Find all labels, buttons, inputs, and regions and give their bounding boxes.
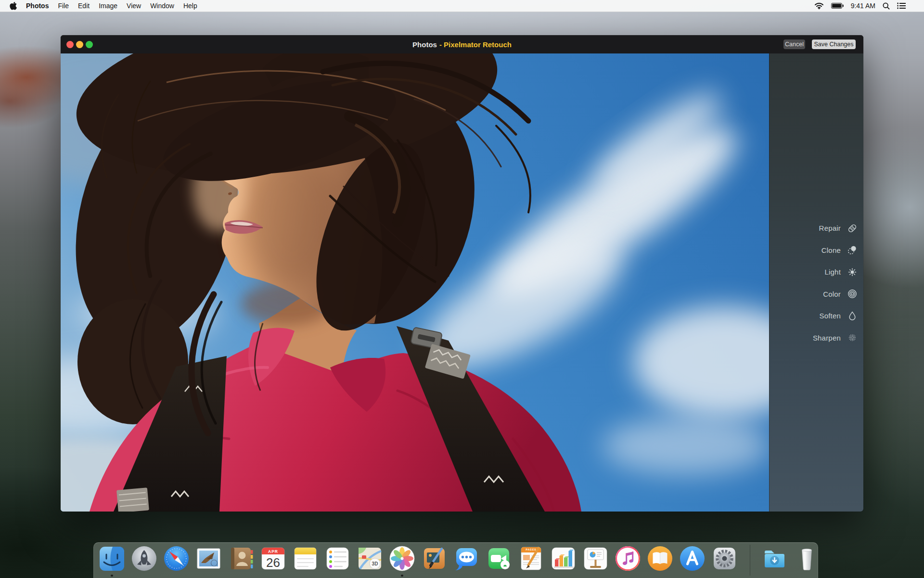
pages-icon: PAGES [517,545,545,572]
menu-view[interactable]: View [127,0,141,12]
retouch-tools-sidebar: Repair [769,53,863,512]
dock-item-system-preferences[interactable] [711,545,738,572]
dock-item-numbers[interactable] [550,545,577,572]
dock-item-pixelmator[interactable] [421,545,448,572]
dock-item-itunes[interactable] [614,545,642,572]
dock-divider [750,545,750,576]
window-titlebar: Photos - Pixelmator Retouch Cancel Save … [61,35,863,53]
dock: APR 26 [93,542,818,578]
tool-light[interactable]: Light [770,261,863,283]
dock-item-trash[interactable] [793,545,821,572]
running-indicator [111,575,113,577]
dock-item-safari[interactable] [163,545,190,572]
menu-app-name[interactable]: Photos [26,0,49,12]
notification-center-icon[interactable] [897,2,906,9]
dock-item-notes[interactable] [292,545,319,572]
cancel-button[interactable]: Cancel [783,39,805,49]
system-preferences-icon [711,545,738,572]
dock-item-calendar[interactable]: APR 26 [259,545,287,572]
menu-window[interactable]: Window [150,0,174,12]
trash-icon [793,545,821,572]
reminders-icon [324,545,351,572]
dock-item-photos[interactable] [388,545,416,572]
portrait-photo [61,53,769,512]
photo-canvas[interactable] [61,53,769,512]
dock-item-ibooks[interactable] [646,545,674,572]
sun-icon [847,267,858,277]
menubar-clock[interactable]: 9:41 AM [851,2,875,10]
close-button[interactable] [66,41,74,48]
ibooks-icon [646,545,674,572]
window-title-extension: - Pixelmator Retouch [439,40,512,49]
window-title: Photos - Pixelmator Retouch [61,35,863,53]
stipple-burst-icon [847,332,858,343]
dock-item-contacts[interactable] [227,545,255,572]
numbers-icon [550,545,577,572]
photos-editor-window: Photos - Pixelmator Retouch Cancel Save … [61,35,863,512]
svg-text:26: 26 [266,555,280,570]
wifi-icon[interactable] [814,2,824,10]
dock-item-finder[interactable] [98,545,126,572]
dock-item-downloads[interactable] [761,545,788,572]
tool-repair-label: Repair [819,224,841,232]
spotlight-search-icon[interactable] [883,2,890,10]
bandage-icon [847,223,858,234]
svg-text:APR: APR [268,549,278,554]
menu-bar: Photos File Edit Image View Window Help … [0,0,924,12]
photos-icon [388,545,416,572]
menu-help[interactable]: Help [183,0,197,12]
finder-icon [98,545,126,572]
svg-text:3D: 3D [372,561,378,566]
tool-sharpen-label: Sharpen [813,334,841,342]
svg-text:PAGES: PAGES [526,548,536,551]
notes-icon [292,545,319,572]
tool-clone[interactable]: Clone [770,239,863,262]
window-title-app: Photos [412,40,437,49]
dock-item-pages[interactable]: PAGES [517,545,545,572]
mail-icon [195,545,222,572]
zoom-button[interactable] [86,41,93,48]
dock-item-messages[interactable] [453,545,480,572]
tool-sharpen[interactable]: Sharpen [770,327,863,349]
dock-item-app-store[interactable] [679,545,706,572]
tool-light-label: Light [824,268,841,276]
itunes-icon [614,545,642,572]
app-store-icon [679,545,706,572]
dock-item-keynote[interactable] [582,545,609,572]
desktop: Photos File Edit Image View Window Help … [0,0,924,578]
dock-item-reminders[interactable] [324,545,351,572]
tool-clone-label: Clone [821,246,841,254]
downloads-folder-icon [761,545,788,572]
concentric-rings-icon [847,289,858,299]
clone-stamp-icon [847,245,858,255]
facetime-icon [485,545,513,572]
tool-soften[interactable]: Soften [770,305,863,327]
tool-soften-label: Soften [819,312,841,320]
tool-color-label: Color [823,290,841,298]
launchpad-icon [130,545,158,572]
minimize-button[interactable] [76,41,83,48]
running-indicator [401,575,403,577]
tool-repair[interactable]: Repair [770,217,863,239]
dock-item-mail[interactable] [195,545,222,572]
menu-image[interactable]: Image [99,0,117,12]
dock-item-launchpad[interactable] [130,545,158,572]
keynote-icon [582,545,609,572]
dock-item-maps[interactable]: 3D [356,545,384,572]
calendar-icon: APR 26 [259,545,287,572]
maps-icon: 3D [356,545,384,572]
menu-edit[interactable]: Edit [78,0,90,12]
safari-icon [163,545,190,572]
messages-icon [453,545,480,572]
apple-menu-icon[interactable] [10,2,17,10]
battery-icon[interactable] [831,3,844,9]
tool-color[interactable]: Color [770,283,863,305]
pixelmator-icon [421,545,448,572]
droplet-icon [847,311,858,321]
save-changes-button[interactable]: Save Changes [812,39,856,49]
contacts-icon [227,545,255,572]
menu-file[interactable]: File [58,0,69,12]
dock-item-facetime[interactable] [485,545,513,572]
